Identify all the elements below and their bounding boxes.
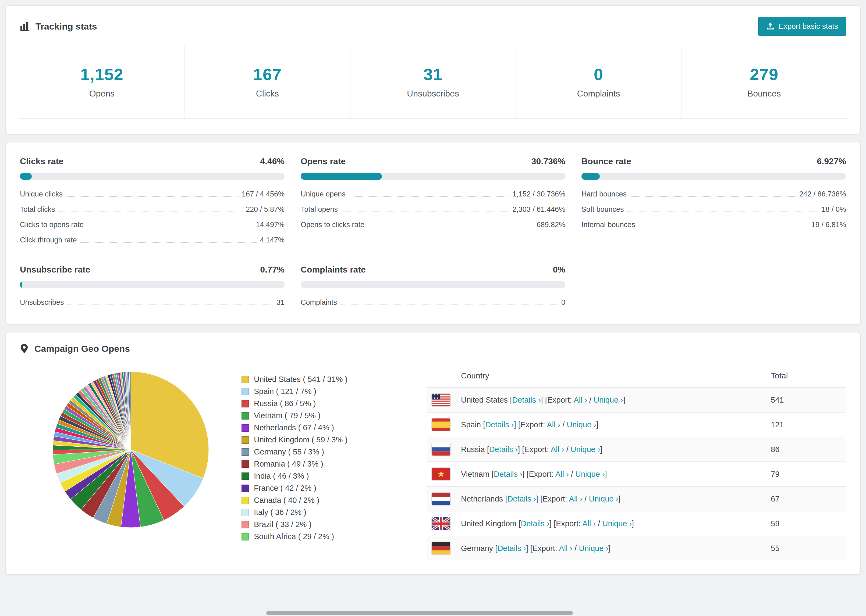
dotted-leader — [67, 305, 273, 305]
rate-stat-value: 4.147% — [260, 236, 285, 244]
export-basic-stats-button[interactable]: Export basic stats — [758, 17, 846, 36]
country-cell: Russia [Details ›] [Export: All › / Uniq… — [456, 437, 765, 462]
rate-stat-value: 1,152 / 30.736% — [512, 190, 565, 198]
map-pin-icon — [20, 343, 28, 354]
stat-value: 31 — [424, 65, 443, 84]
export-all-link[interactable]: All › — [574, 396, 587, 404]
legend-swatch — [241, 376, 249, 383]
stat-label: Unsubscribes — [407, 89, 459, 99]
details-link[interactable]: Details › — [512, 396, 540, 404]
details-link[interactable]: Details › — [485, 420, 514, 429]
rate-stat-row: Hard bounces 242 / 86.738% — [581, 186, 846, 201]
legend-item-italy: Italy ( 36 / 2% ) — [241, 506, 427, 519]
separator: / — [572, 544, 579, 553]
rate-stat-value: 19 / 6.81% — [811, 221, 846, 229]
flag-cell — [427, 536, 456, 560]
legend-label: United States ( 541 / 31% ) — [254, 375, 348, 384]
country-cell: Germany [Details ›] [Export: All › / Uni… — [456, 536, 765, 560]
legend-label: France ( 42 / 2% ) — [254, 484, 316, 493]
bracket: ] — [596, 420, 598, 429]
details-link[interactable]: Details › — [507, 495, 536, 503]
rate-stat-label: Complaints — [301, 298, 337, 306]
dotted-leader — [340, 305, 558, 305]
rate-stat-row: Unique clicks 167 / 4.456% — [20, 186, 285, 201]
bracket: ] [Export: — [541, 396, 574, 404]
flag-column-header — [427, 364, 456, 388]
rates-grid: Clicks rate 4.46% Unique clicks 167 / 4.… — [6, 143, 860, 324]
rate-block-opens-rate: Opens rate 30.736% Unique opens 1,152 / … — [301, 156, 565, 248]
export-all-link[interactable]: All › — [547, 420, 560, 429]
export-icon — [766, 23, 774, 30]
pie-svg — [51, 370, 210, 529]
export-unique-link[interactable]: Unique › — [602, 519, 632, 528]
rate-progress-fill — [581, 173, 600, 180]
stat-box-complaints: 0 Complaints — [516, 45, 682, 119]
horizontal-scrollbar[interactable] — [266, 611, 573, 615]
dotted-leader — [80, 242, 257, 243]
country-total: 67 — [765, 486, 846, 511]
geo-opens-card: Campaign Geo Opens United States ( 541 /… — [5, 332, 861, 575]
export-unique-link[interactable]: Unique › — [594, 396, 623, 404]
rate-progress-track — [301, 173, 565, 180]
export-all-link[interactable]: All › — [555, 470, 569, 478]
legend-item-south-africa: South Africa ( 29 / 2% ) — [241, 531, 427, 543]
legend-label: India ( 46 / 3% ) — [254, 472, 309, 481]
country-name: Netherlands — [461, 495, 503, 503]
export-button-label: Export basic stats — [779, 22, 838, 31]
legend-item-brazil: Brazil ( 33 / 2% ) — [241, 519, 427, 531]
export-unique-link[interactable]: Unique › — [589, 495, 618, 503]
flag-es-icon — [432, 418, 450, 431]
export-unique-link[interactable]: Unique › — [571, 445, 600, 454]
legend-item-spain: Spain ( 121 / 7% ) — [241, 385, 427, 398]
separator: / — [596, 519, 602, 528]
rate-head: Bounce rate 6.927% — [581, 156, 846, 167]
flag-de-icon — [432, 542, 450, 555]
export-all-link[interactable]: All › — [559, 544, 572, 553]
legend-swatch — [241, 388, 249, 395]
geo-table-row-united-kingdom: United Kingdom [Details ›] [Export: All … — [427, 511, 846, 536]
country-name: United States — [461, 396, 508, 404]
tracking-stats-title-text: Tracking stats — [36, 21, 97, 32]
bracket: [ — [487, 445, 489, 454]
rate-stat-value: 14.497% — [256, 221, 285, 229]
flag-vn-icon — [432, 468, 450, 480]
bracket: ] — [632, 519, 634, 528]
rate-title: Clicks rate — [20, 156, 63, 167]
rate-stat-row: Unique opens 1,152 / 30.736% — [301, 186, 565, 201]
export-unique-link[interactable]: Unique › — [567, 420, 596, 429]
legend-swatch — [241, 509, 249, 516]
rate-stat-label: Unique opens — [301, 190, 346, 198]
export-all-link[interactable]: All › — [569, 495, 582, 503]
rate-stat-row: Opens to clicks rate 689.82% — [301, 217, 565, 232]
tracking-stats-row: 1,152 Opens 167 Clicks 31 Unsubscribes 0… — [19, 45, 847, 119]
legend-swatch — [241, 533, 249, 541]
country-name: Spain — [461, 420, 481, 429]
tracking-stats-card: Tracking stats Export basic stats 1,152 … — [5, 5, 861, 134]
rate-block-unsubscribe-rate: Unsubscribe rate 0.77% Unsubscribes 31 — [20, 265, 285, 310]
export-unique-link[interactable]: Unique › — [575, 470, 605, 478]
rate-stat-label: Hard bounces — [581, 190, 627, 198]
details-link[interactable]: Details › — [497, 544, 526, 553]
country-cell: Netherlands [Details ›] [Export: All › /… — [456, 486, 765, 511]
flag-cell — [427, 462, 456, 486]
rate-progress-track — [301, 281, 565, 288]
legend-item-united-states: United States ( 541 / 31% ) — [241, 373, 427, 385]
stat-box-opens: 1,152 Opens — [19, 45, 185, 119]
stat-value: 1,152 — [80, 65, 123, 84]
export-all-link[interactable]: All › — [551, 445, 564, 454]
rates-card: Clicks rate 4.46% Unique clicks 167 / 4.… — [5, 142, 861, 324]
bracket: ] [Export: — [518, 445, 551, 454]
details-link[interactable]: Details › — [494, 470, 522, 478]
export-unique-link[interactable]: Unique › — [579, 544, 608, 553]
rate-title: Complaints rate — [301, 265, 366, 275]
details-link[interactable]: Details › — [521, 519, 549, 528]
geo-table-row-spain: Spain [Details ›] [Export: All › / Uniqu… — [427, 412, 846, 437]
legend-swatch — [241, 424, 249, 432]
rate-stat-label: Total opens — [301, 205, 338, 214]
export-all-link[interactable]: All › — [582, 519, 596, 528]
geo-header: Campaign Geo Opens — [6, 332, 860, 361]
flag-ru-icon — [432, 443, 450, 456]
geo-legend: United States ( 541 / 31% ) Spain ( 121 … — [241, 363, 427, 543]
legend-label: South Africa ( 29 / 2% ) — [254, 532, 334, 541]
details-link[interactable]: Details › — [489, 445, 518, 454]
